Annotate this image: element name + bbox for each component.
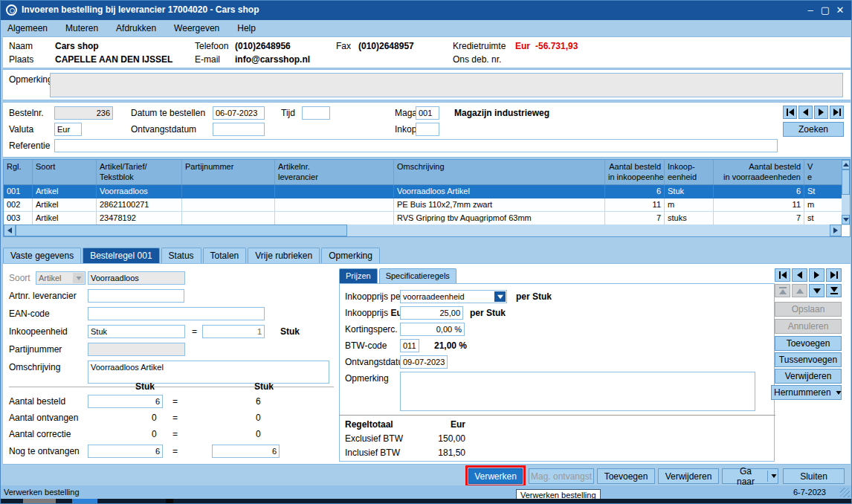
opslaan-button[interactable]: Opslaan xyxy=(775,302,842,317)
col-aantal-besteld-inkoop[interactable]: Aantal besteldin inkoopeenheden xyxy=(605,160,665,184)
aantal-ontvangen-1: 0 xyxy=(152,413,157,423)
chevron-down-icon[interactable] xyxy=(836,391,841,395)
tab-vaste-gegevens[interactable]: Vaste gegevens xyxy=(3,248,81,263)
chevron-down-icon[interactable] xyxy=(494,291,506,302)
move-up-button[interactable] xyxy=(792,284,807,297)
chevron-down-icon[interactable] xyxy=(73,273,84,283)
maximize-button[interactable]: ▢ xyxy=(817,1,833,19)
vertical-scrollbar[interactable] xyxy=(842,160,850,224)
chevron-down-icon[interactable] xyxy=(772,474,777,478)
first-line-button[interactable] xyxy=(775,268,790,282)
move-bottom-button[interactable] xyxy=(826,284,842,297)
col-artikelnr-leverancier[interactable]: Artikelnr.leverancier xyxy=(275,160,394,184)
qty-col2-header: Stuk xyxy=(254,381,274,392)
first-record-button[interactable] xyxy=(783,106,797,119)
menu-help[interactable]: Help xyxy=(237,23,256,33)
col-aantal-besteld-voorraad[interactable]: Aantal besteldin voorraadeenheden xyxy=(714,160,804,184)
btw-code-label: BTW-code xyxy=(345,340,387,351)
table-row[interactable]: 003Artikel 23478192 RVS Gripring tbv Aqu… xyxy=(4,212,850,225)
ontvangstdatum-regel-field[interactable]: 09-07-2023 xyxy=(400,355,448,369)
col-artikel[interactable]: Artikel/Tarief/Tekstblok xyxy=(97,160,182,184)
last-line-button[interactable] xyxy=(826,268,842,282)
tab-prijzen[interactable]: Prijzen xyxy=(339,268,378,283)
inkoper-field[interactable] xyxy=(416,123,439,136)
magazijn-naam: Magazijn industrieweg xyxy=(454,108,549,118)
soort-combobox[interactable]: Artikel xyxy=(36,271,85,285)
menu-algemeen[interactable]: Algemeen xyxy=(7,23,48,33)
supplier-header-panel: Naam Cars shop Plaats CAPELLE AAN DEN IJ… xyxy=(3,36,851,68)
col-rgl[interactable]: Rgl. xyxy=(4,160,33,184)
col-partijnummer[interactable]: Partijnummer xyxy=(182,160,275,184)
col-omschrijving[interactable]: Omschrijving xyxy=(394,160,605,184)
toevoegen-regel-button[interactable]: Toevoegen xyxy=(775,336,842,351)
menu-muteren[interactable]: Muteren xyxy=(65,23,98,33)
verwijderen-regel-button[interactable]: Verwijderen xyxy=(775,369,842,384)
table-row[interactable]: 001Artikel Voorraadloos Voorraadloos Art… xyxy=(4,185,850,198)
inkoopprijs-per-combobox[interactable]: voorraadeenheid xyxy=(400,290,507,303)
nog-te-ontvangen-field-2[interactable]: 6 xyxy=(212,445,280,458)
nog-te-ontvangen-field-1[interactable]: 6 xyxy=(88,445,163,458)
opmerking-top-field[interactable] xyxy=(50,73,843,97)
valuta-field[interactable]: Eur xyxy=(54,123,82,136)
magazijn-field[interactable]: 001 xyxy=(416,106,439,120)
app-icon xyxy=(6,4,17,16)
btw-code-field[interactable]: 011 xyxy=(400,339,419,352)
aantal-besteld-field[interactable]: 6 xyxy=(88,395,163,408)
previous-line-button[interactable] xyxy=(792,268,807,282)
move-top-button[interactable] xyxy=(775,284,790,297)
tab-specificatieregels[interactable]: Specificatieregels xyxy=(379,268,456,283)
menu-weergeven[interactable]: Weergeven xyxy=(174,23,219,33)
omschrijving-field[interactable]: Voorraadloos Artikel xyxy=(88,361,329,384)
last-record-button[interactable] xyxy=(830,106,844,119)
sluiten-button[interactable]: Sluiten xyxy=(783,468,845,484)
minimize-button[interactable]: – xyxy=(802,1,819,19)
tijd-field[interactable] xyxy=(302,106,330,120)
tab-opmerking[interactable]: Opmerking xyxy=(321,248,380,263)
toevoegen-button[interactable]: Toevoegen xyxy=(597,468,655,484)
opmerking-regel-field[interactable] xyxy=(400,372,755,411)
col-inkoopeenheid[interactable]: Inkoop-eenheid xyxy=(665,160,714,184)
mag-ontvangst-button[interactable]: Mag. ontvangst xyxy=(529,468,594,484)
hernummeren-button[interactable]: Hernummeren xyxy=(771,385,842,400)
tab-bestelregel-001[interactable]: Bestelregel 001 xyxy=(83,248,159,263)
supplier-fax: (010)2648957 xyxy=(358,41,414,51)
next-record-button[interactable] xyxy=(814,106,828,119)
next-line-button[interactable] xyxy=(809,268,824,282)
horizontal-scrollbar[interactable] xyxy=(4,224,842,236)
vertical-scroll-thumb[interactable] xyxy=(842,169,850,195)
datum-te-bestellen-label: Datum te bestellen xyxy=(131,108,205,118)
annuleren-button[interactable]: Annuleren xyxy=(775,319,842,334)
aantal-ontvangen-2: 0 xyxy=(256,413,261,423)
menu-afdrukken[interactable]: Afdrukken xyxy=(116,23,156,33)
supplier-phone: (010)2648956 xyxy=(235,41,291,51)
tussenvoegen-button[interactable]: Tussenvoegen xyxy=(775,352,842,367)
close-button[interactable]: ✕ xyxy=(832,1,848,19)
ean-code-field[interactable] xyxy=(88,307,265,320)
kredietruimte-label: Kredietruimte xyxy=(453,41,506,51)
kortingsperc-field[interactable]: 0,00 % xyxy=(400,323,465,336)
move-down-button[interactable] xyxy=(809,284,824,297)
tab-status[interactable]: Status xyxy=(161,248,201,263)
referentie-field[interactable] xyxy=(54,139,778,152)
ga-naar-button[interactable]: Ga naar xyxy=(722,468,778,484)
table-row[interactable]: 002Artikel 28621100271 PE Buis 110x2,7mm… xyxy=(4,198,850,212)
ontvangstdatum-field[interactable] xyxy=(213,123,265,136)
verwijderen-button[interactable]: Verwijderen xyxy=(658,468,719,484)
zoeken-button[interactable]: Zoeken xyxy=(783,122,844,137)
artnr-leverancier-field[interactable] xyxy=(88,289,184,303)
tab-vrije-rubrieken[interactable]: Vrije rubrieken xyxy=(248,248,320,263)
inkoopprijs-per-suffix: per Stuk xyxy=(516,291,552,302)
resize-grip[interactable] xyxy=(840,488,850,497)
inkoopprijs-field[interactable]: 25,00 xyxy=(400,306,463,320)
inkoopeenheid-label: Inkoopeenheid xyxy=(9,326,68,337)
datum-te-bestellen-field[interactable]: 06-07-2023 xyxy=(213,106,265,120)
horizontal-scroll-thumb[interactable] xyxy=(16,224,347,236)
opmerking-top-label: Opmerking xyxy=(9,74,53,85)
col-voorraadeenheid[interactable]: Ve xyxy=(804,160,845,184)
taskbar-fragment xyxy=(23,499,56,504)
tab-totalen[interactable]: Totalen xyxy=(203,248,247,263)
verwerken-button[interactable]: Verwerken xyxy=(468,468,523,484)
inkoopeenheid-field[interactable]: Stuk xyxy=(88,325,185,338)
previous-record-button[interactable] xyxy=(798,106,813,119)
col-soort[interactable]: Soort xyxy=(33,160,97,184)
